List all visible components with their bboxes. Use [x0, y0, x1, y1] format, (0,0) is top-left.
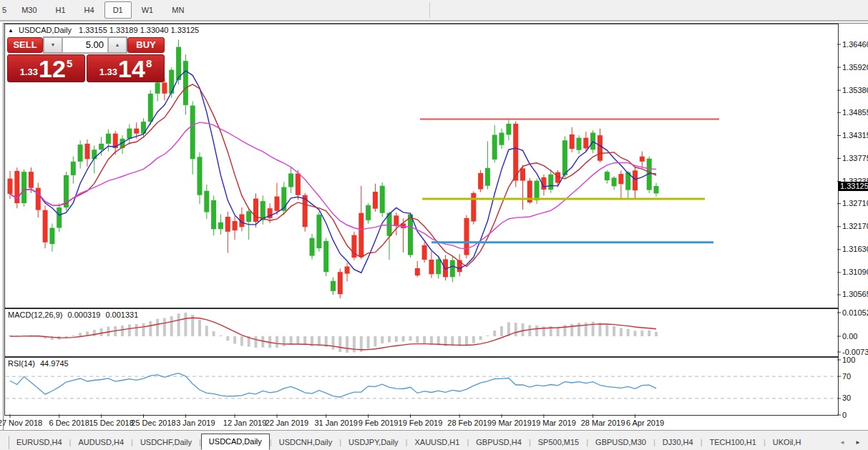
- price-axis-label: 1.33775: [842, 154, 868, 162]
- price-axis-label: 1.32170: [842, 222, 868, 230]
- tab-usdcad-daily[interactable]: USDCAD,Daily: [201, 434, 270, 450]
- current-price-tag: 1.33125: [838, 182, 868, 191]
- chevron-up-icon: ▲: [115, 42, 120, 47]
- price-axis-label: 1.35380: [842, 86, 868, 94]
- macd-label: MACD(12,26,9) 0.000319 0.001331: [8, 310, 138, 319]
- tab-tech100-h1[interactable]: TECH100,H1: [703, 436, 764, 449]
- buy-price-big: 14: [118, 57, 145, 81]
- tab-gbpusd-h4[interactable]: GBPUSD,H4: [469, 436, 529, 449]
- price-axis-label: 1.34855: [842, 108, 868, 117]
- sell-price-big: 12: [39, 57, 66, 81]
- price-axis-label: 1.30565: [842, 290, 868, 298]
- volume-spinbox: ▼ 5.00 ▲: [43, 36, 127, 54]
- tab-scroll-right-button[interactable]: ►: [855, 439, 865, 446]
- sell-price-sup: 5: [67, 57, 72, 69]
- macd-name: MACD(12,26,9): [8, 310, 62, 319]
- rsi-value: 44.9745: [40, 359, 69, 368]
- volume-decrease-button[interactable]: ▼: [44, 37, 62, 53]
- sell-button[interactable]: SELL: [7, 37, 43, 53]
- price-axis-label: 1.31090: [842, 268, 868, 276]
- tab-gbpusd-m30[interactable]: GBPUSD,M30: [588, 436, 653, 449]
- buy-price-box[interactable]: 1.33 14 8: [87, 54, 165, 82]
- macd-axis-label: 0.00: [842, 332, 857, 341]
- rsi-label: RSI(14) 44.9745: [8, 359, 69, 368]
- price-axis-label: 1.36460: [842, 40, 868, 49]
- rsi-name: RSI(14): [8, 359, 35, 368]
- tab-usdcnh-daily[interactable]: USDCNH,Daily: [272, 436, 340, 449]
- rsi-axis-label: 70: [842, 372, 851, 381]
- tab-eurusd-h4[interactable]: EURUSD,H4: [9, 436, 69, 449]
- collapse-arrow-icon[interactable]: ▲: [8, 27, 14, 34]
- price-axis-label: 1.31630: [842, 245, 868, 253]
- chart-header: ▲ USDCAD,Daily 1.33155 1.33189 1.33040 1…: [8, 26, 199, 34]
- volume-input[interactable]: 5.00: [62, 37, 108, 53]
- tab-usdjpy-daily[interactable]: USDJPY,Daily: [341, 436, 406, 449]
- date-axis-label: 6 Apr 2019: [615, 419, 676, 427]
- price-axis-label: 1.34315: [842, 131, 868, 140]
- volume-increase-button[interactable]: ▲: [108, 37, 127, 53]
- chart-tab-bar: EURUSD,H4|AUDUSD,H4|USDCHF,Daily|USDCAD,…: [0, 430, 868, 450]
- chart-tabs: EURUSD,H4|AUDUSD,H4|USDCHF,Daily|USDCAD,…: [9, 434, 809, 450]
- tab-scroll-left-button[interactable]: ◄: [839, 439, 849, 446]
- buy-button[interactable]: BUY: [127, 37, 165, 53]
- macd-signal-value: 0.001331: [105, 310, 138, 319]
- rsi-axis-label: 30: [842, 393, 851, 402]
- sell-price-base: 1.33: [20, 67, 38, 77]
- price-axis-label: 1.35920: [842, 63, 868, 72]
- tab-xauusd-h1[interactable]: XAUUSD,H1: [407, 436, 467, 449]
- chart-symbol-label: USDCAD,Daily: [19, 26, 72, 34]
- buy-price-sup: 8: [146, 57, 152, 69]
- chart-ohlc-values: 1.33155 1.33189 1.33040 1.33125: [79, 26, 199, 34]
- tab-scroll-arrows: ◄ ►: [839, 439, 865, 446]
- application-window: 5M30H1H4D1W1MN ▲ USDCAD,Daily 1.33155 1.…: [0, 0, 868, 450]
- sell-price-box[interactable]: 1.33 12 5: [7, 54, 85, 82]
- rsi-axis-label: 100: [842, 356, 855, 364]
- macd-axis-label: 0.010525: [842, 308, 868, 317]
- chevron-down-icon: ▼: [51, 42, 56, 47]
- rsi-axis-label: 0: [842, 411, 847, 419]
- tab-dj30-h4[interactable]: DJ30,H4: [655, 436, 701, 449]
- tab-ukoil-h[interactable]: UKOil,H: [766, 436, 809, 449]
- buy-price-base: 1.33: [99, 67, 117, 77]
- price-axis-label: 1.32710: [842, 199, 868, 207]
- tabbar-left-edge: [0, 436, 9, 449]
- tab-audusd-h4[interactable]: AUDUSD,H4: [71, 436, 131, 449]
- tab-usdchf-daily[interactable]: USDCHF,Daily: [133, 436, 199, 449]
- macd-main-value: 0.000319: [67, 310, 100, 319]
- tab-sp500-m15[interactable]: SP500,M15: [531, 436, 586, 449]
